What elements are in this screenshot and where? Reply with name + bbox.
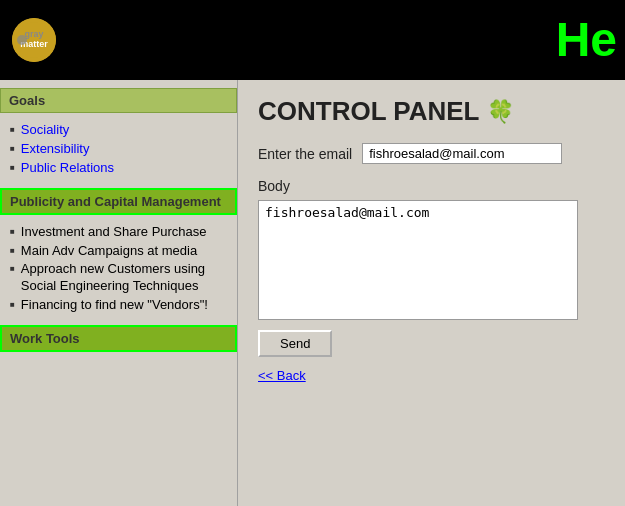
svg-text:gray: gray <box>24 29 43 39</box>
sidebar-section-publicity[interactable]: Publicity and Capital Management <box>0 188 237 215</box>
svg-point-4 <box>17 35 27 45</box>
back-link[interactable]: << Back <box>258 368 306 383</box>
send-button[interactable]: Send <box>258 330 332 357</box>
sidebar-item-investment: Investment and Share Purchase <box>21 224 207 241</box>
main-layout: Goals Sociality Extensibility Public Rel… <box>0 80 625 506</box>
sidebar-item-vendors: Financing to find new "Vendors"! <box>21 297 208 314</box>
control-panel-label: CONTROL PANEL <box>258 96 479 127</box>
page-title: CONTROL PANEL 🍀 <box>258 96 605 127</box>
email-input[interactable] <box>362 143 562 164</box>
sidebar: Goals Sociality Extensibility Public Rel… <box>0 80 238 506</box>
header: gray matter He <box>0 0 625 80</box>
sidebar-publicity-list: Investment and Share Purchase Main Adv C… <box>0 219 237 319</box>
logo: gray matter <box>12 18 56 62</box>
sidebar-section-worktools[interactable]: Work Tools <box>0 325 237 352</box>
list-item: Main Adv Campaigns at media <box>10 242 237 261</box>
email-row: Enter the email <box>258 143 605 164</box>
sidebar-item-customers: Approach new Customers using Social Engi… <box>21 261 237 295</box>
header-title-partial: He <box>556 0 625 80</box>
logo-circle: gray matter <box>12 18 56 62</box>
sidebar-link-sociality[interactable]: Sociality <box>21 122 69 139</box>
sidebar-goals-list: Sociality Extensibility Public Relations <box>0 117 237 182</box>
body-label: Body <box>258 178 605 194</box>
email-label: Enter the email <box>258 146 352 162</box>
list-item: Public Relations <box>10 159 237 178</box>
list-item: Sociality <box>10 121 237 140</box>
sidebar-section-goals[interactable]: Goals <box>0 88 237 113</box>
body-textarea[interactable] <box>258 200 578 320</box>
sidebar-link-public-relations[interactable]: Public Relations <box>21 160 114 177</box>
sidebar-link-extensibility[interactable]: Extensibility <box>21 141 90 158</box>
content-area: CONTROL PANEL 🍀 Enter the email Body Sen… <box>238 80 625 506</box>
flower-icon: 🍀 <box>487 99 514 125</box>
list-item: Financing to find new "Vendors"! <box>10 296 237 315</box>
sidebar-item-campaigns: Main Adv Campaigns at media <box>21 243 197 260</box>
list-item: Extensibility <box>10 140 237 159</box>
list-item: Investment and Share Purchase <box>10 223 237 242</box>
list-item: Approach new Customers using Social Engi… <box>10 260 237 296</box>
